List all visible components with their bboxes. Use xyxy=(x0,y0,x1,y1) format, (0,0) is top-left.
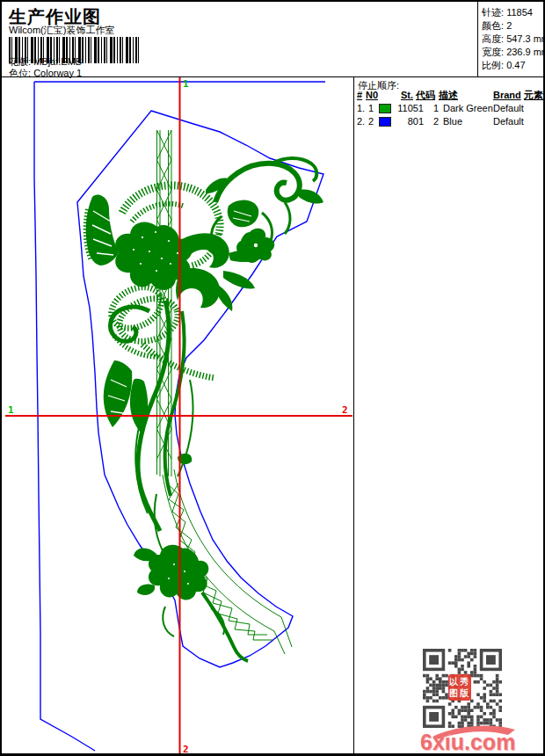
watermark-text: 6xiu.com xyxy=(420,730,515,755)
watermark: 6xiu.com xyxy=(418,724,524,756)
watermark-seal: 以秀图版 xyxy=(448,674,471,701)
row-index: 2. xyxy=(357,116,365,127)
col-code: 代码 xyxy=(416,90,435,101)
colorway-line: 色位: Colorway 1 xyxy=(9,68,82,79)
studio-name: Wilcom(汇宝)装饰工作室 xyxy=(9,25,114,36)
design-canvas: 1 2 1 2 xyxy=(2,2,545,756)
stat-label: 高度: xyxy=(482,33,504,44)
production-worksheet-page: 1 2 1 2 生产作业图 Wilcom(汇宝)装饰工作室 花版: MBjaf.… xyxy=(0,0,545,756)
row-n: 2 xyxy=(368,116,374,127)
thread-color-swatch xyxy=(379,117,391,127)
stat-label: 颜色: xyxy=(482,20,504,31)
row-n: 1 xyxy=(368,103,374,114)
stat-stitches: 针迹: 11854 xyxy=(482,7,545,20)
design-name-label: 花版: xyxy=(9,56,31,67)
col-hash: # xyxy=(357,90,362,101)
stat-height: 高度: 547.3 mm xyxy=(482,33,545,47)
panel-divider xyxy=(353,77,354,755)
marker-right: 2 xyxy=(342,404,348,416)
row-description: Dark Green xyxy=(443,103,493,114)
col-st: St. xyxy=(394,90,413,101)
row-index: 1. xyxy=(357,103,365,114)
stat-value: 11854 xyxy=(506,7,533,18)
row-code: 1 xyxy=(425,103,439,114)
embroidery-design xyxy=(86,130,323,661)
design-stats: 针迹: 11854 颜色: 2 高度: 547.3 mm 宽度: 236.9 m… xyxy=(482,7,545,73)
row-brand: Default xyxy=(493,103,524,114)
stop-sequence-title: 停止顺序: xyxy=(358,80,399,91)
row-description: Blue xyxy=(443,116,462,127)
row-code: 2 xyxy=(425,116,439,127)
col-element: 元素 xyxy=(524,90,543,101)
design-name-value: MBjaf.EMB xyxy=(33,56,82,67)
colorway-label: 色位: xyxy=(9,68,31,78)
stat-value: 547.3 mm xyxy=(506,33,545,44)
marker-top: 1 xyxy=(183,78,189,90)
col-desc: 描述 xyxy=(439,90,458,101)
bottom-flower xyxy=(134,545,248,661)
stat-scale: 比例: 0.47 xyxy=(482,60,545,73)
stat-width: 宽度: 236.9 mm xyxy=(482,47,545,60)
stat-value: 0.47 xyxy=(506,60,525,70)
marker-bottom: 2 xyxy=(183,744,189,755)
header-bottom-divider xyxy=(2,76,543,77)
design-name-line: 花版: MBjaf.EMB xyxy=(9,56,82,68)
stat-value: 2 xyxy=(506,20,512,31)
row-stitches: 11051 xyxy=(392,103,424,114)
stat-label: 针迹: xyxy=(482,7,504,18)
colorway-value: Colorway 1 xyxy=(33,68,82,78)
thread-color-swatch xyxy=(379,104,391,113)
stat-label: 比例: xyxy=(482,60,504,70)
row-brand: Default xyxy=(493,116,524,127)
stat-colors: 颜色: 2 xyxy=(482,20,545,33)
marker-left: 1 xyxy=(8,404,14,416)
col-n0: N0 xyxy=(366,90,378,101)
stat-label: 宽度: xyxy=(482,47,504,57)
col-brand: Brand xyxy=(493,90,521,101)
header-vertical-divider xyxy=(477,2,478,76)
stat-value: 236.9 mm xyxy=(506,47,545,57)
row-stitches: 801 xyxy=(392,116,424,127)
